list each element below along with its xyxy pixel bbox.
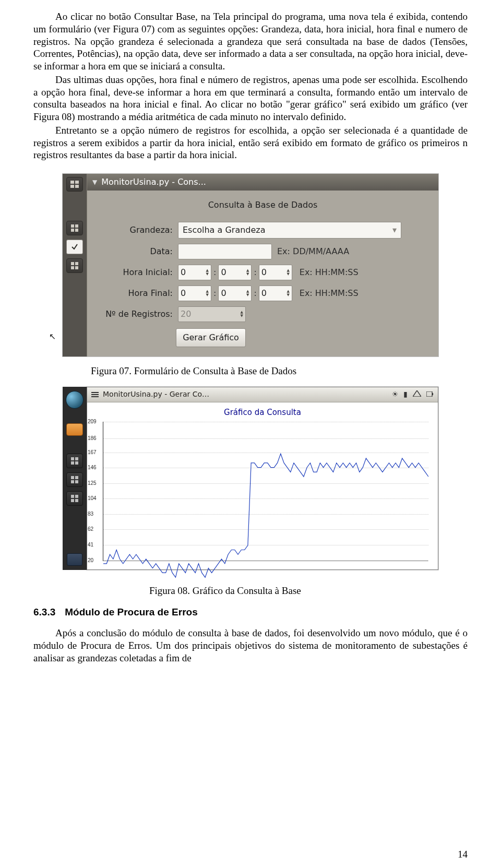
data-example: Ex: DD/MM/AAAA — [277, 246, 349, 257]
fig08-sidebar — [63, 387, 87, 570]
people-icon[interactable] — [66, 423, 83, 436]
cursor-icon: ↖ — [49, 331, 56, 342]
hora-final-mm[interactable]: 0▲▼ — [218, 286, 252, 301]
hora-inicial-hh[interactable]: 0▲▼ — [178, 265, 211, 280]
y-tick: 104 — [88, 495, 97, 502]
hora-inicial-mm[interactable]: 0▲▼ — [218, 265, 252, 280]
y-tick: 62 — [88, 526, 93, 533]
svg-rect-12 — [71, 457, 74, 460]
apps-icon[interactable] — [66, 454, 83, 468]
apps-icon[interactable] — [66, 491, 83, 506]
svg-rect-19 — [75, 480, 78, 483]
para-2-a: Das ultimas duas opções, hora final e nú… — [33, 74, 468, 122]
grandeza-select[interactable]: Escolha a Grandeza ▾ — [178, 222, 401, 239]
svg-rect-8 — [71, 262, 74, 265]
grandeza-value: Escolha a Grandeza — [183, 225, 266, 235]
data-input[interactable] — [178, 244, 272, 259]
spinner-arrows-icon: ▲▼ — [287, 290, 289, 297]
label-grandeza: Grandeza: — [94, 225, 173, 235]
fig07-titlebar[interactable]: ▼ MonitorUsina.py - Cons... — [87, 174, 438, 191]
nregistros-input: 20▲▼ — [178, 306, 246, 322]
svg-rect-7 — [75, 229, 78, 232]
fig07-title: MonitorUsina.py - Cons... — [101, 177, 206, 187]
signal-icon: ▮ — [403, 390, 408, 399]
svg-rect-6 — [71, 229, 74, 232]
hora-final-example: Ex: HH:MM:SS — [300, 288, 359, 299]
hora-final-hh[interactable]: 0▲▼ — [178, 286, 211, 301]
svg-rect-9 — [75, 262, 78, 265]
para-3: Entretanto se a opção número de registro… — [33, 124, 468, 161]
figure-08: MonitorUsina.py - Gerar Co… ☀ ▮ Gráfico … — [63, 387, 438, 570]
svg-rect-13 — [75, 457, 78, 460]
para-2: Das ultimas duas opções, hora final e nú… — [33, 74, 468, 123]
svg-rect-5 — [75, 224, 78, 228]
fig07-sidebar — [63, 174, 87, 356]
label-hora-inicial: Hora Inicial: — [94, 267, 173, 278]
battery-icon — [426, 390, 434, 399]
spinner-arrows-icon: ▲▼ — [246, 269, 249, 276]
fig08-titlebar[interactable]: MonitorUsina.py - Gerar Co… ☀ ▮ — [87, 387, 438, 402]
spinner-arrows-icon: ▲▼ — [206, 269, 209, 276]
fig07-heading: Consulta à Base de Dados — [94, 200, 431, 210]
label-data: Data: — [94, 246, 173, 257]
y-tick: 209 — [88, 418, 97, 425]
svg-rect-1 — [75, 181, 79, 184]
svg-rect-2 — [70, 185, 74, 188]
gerar-grafico-button[interactable]: Gerar Gráfico — [176, 328, 246, 347]
svg-rect-10 — [71, 266, 74, 269]
svg-rect-20 — [71, 495, 74, 498]
y-tick: 41 — [88, 542, 93, 549]
y-tick: 83 — [88, 511, 93, 518]
spinner-arrows-icon: ▲▼ — [241, 311, 243, 318]
svg-rect-16 — [71, 476, 74, 479]
fig08-title: MonitorUsina.py - Gerar Co… — [103, 390, 209, 399]
fig07-caption: Figura 07. Formulário de Consulta à Base… — [91, 365, 468, 377]
svg-rect-0 — [70, 181, 74, 184]
section-number: 6.3.3 — [33, 606, 55, 619]
chart-title: Gráfico da Consulta — [87, 402, 438, 420]
spinner-arrows-icon: ▲▼ — [206, 290, 209, 297]
hora-inicial-ss[interactable]: 0▲▼ — [259, 265, 292, 280]
menu-triangle-icon: ▼ — [92, 179, 97, 186]
apps-icon[interactable] — [66, 221, 83, 235]
chevron-down-icon: ▾ — [392, 225, 397, 235]
figure-07: ▼ MonitorUsina.py - Cons... Consulta à B… — [63, 174, 438, 356]
svg-rect-25 — [432, 393, 433, 395]
svg-rect-22 — [71, 499, 74, 502]
menu-icon — [91, 392, 99, 397]
label-hora-final: Hora Final: — [94, 288, 173, 299]
svg-rect-21 — [75, 495, 78, 498]
svg-rect-11 — [75, 266, 78, 269]
svg-rect-24 — [426, 391, 432, 397]
hora-final-ss[interactable]: 0▲▼ — [259, 286, 292, 301]
apps-icon-2[interactable] — [66, 258, 83, 273]
window-icon[interactable] — [67, 553, 82, 566]
svg-rect-15 — [75, 461, 78, 465]
svg-rect-3 — [75, 185, 79, 188]
hora-final-checkbox[interactable] — [66, 240, 83, 254]
label-nregistros: Nº de Registros: — [94, 309, 173, 319]
y-tick: 186 — [88, 435, 97, 442]
windows-icon[interactable] — [66, 177, 83, 192]
wifi-icon — [413, 390, 421, 399]
apps-icon[interactable] — [66, 472, 83, 487]
svg-rect-4 — [71, 224, 74, 228]
chart-area: 20918616714612510483624120 — [103, 422, 428, 561]
y-tick: 146 — [88, 465, 97, 471]
para-3-a: Entretanto se a opção número de registro… — [33, 125, 468, 161]
para-1: Ao clicar no botão Consultar Base, na Te… — [33, 10, 468, 73]
svg-rect-17 — [75, 476, 78, 479]
spinner-arrows-icon: ▲▼ — [287, 269, 289, 276]
globe-icon[interactable] — [66, 391, 84, 409]
brightness-icon: ☀ — [392, 390, 399, 399]
spinner-arrows-icon: ▲▼ — [246, 290, 249, 297]
y-tick: 167 — [88, 449, 97, 456]
page-number: 14 — [458, 848, 468, 861]
svg-rect-14 — [71, 461, 74, 465]
y-tick: 20 — [88, 557, 93, 564]
svg-rect-23 — [75, 499, 78, 502]
svg-rect-18 — [71, 480, 74, 483]
y-tick: 125 — [88, 480, 97, 486]
hora-inicial-example: Ex: HH:MM:SS — [300, 267, 359, 278]
para-1-a: Ao clicar no botão Consultar Base, na Te… — [33, 11, 468, 72]
